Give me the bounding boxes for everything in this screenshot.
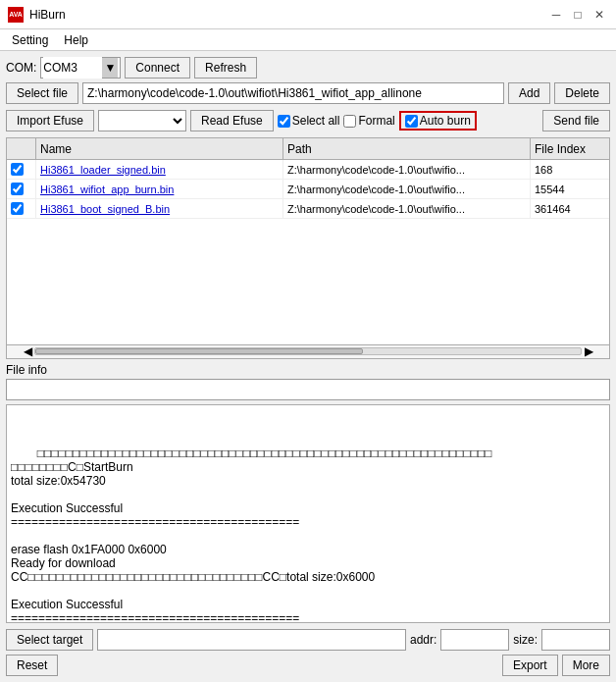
connect-button[interactable]: Connect <box>125 57 190 79</box>
log-area: □□□□□□□□□□□□□□□□□□□□□□□□□□□□□□□□□□□□□□□□… <box>6 404 610 624</box>
scroll-left-btn[interactable]: ◀ <box>21 344 34 358</box>
scrollbar-thumb[interactable] <box>35 348 363 354</box>
table-row: Hi3861_boot_signed_B.bin Z:\harmony\code… <box>7 199 609 219</box>
combo-arrow[interactable]: ▼ <box>102 58 118 78</box>
scroll-right-btn[interactable]: ▶ <box>582 344 595 358</box>
reset-button[interactable]: Reset <box>6 655 58 676</box>
file-info-input[interactable] <box>6 379 610 400</box>
bottom-actions-row: Reset Export More <box>6 655 610 676</box>
row1-checkbox[interactable] <box>11 163 24 176</box>
col-name: Name <box>36 138 283 159</box>
select-file-row: Select file Z:\harmony\code\code-1.0\out… <box>6 82 610 104</box>
efuse-dropdown[interactable] <box>98 110 186 131</box>
efuse-toolbar-row: Import Efuse Read Efuse Select all Forma… <box>6 108 610 133</box>
horizontal-scrollbar[interactable]: ◀ ▶ <box>7 344 609 358</box>
row2-checkbox[interactable] <box>11 183 24 195</box>
export-more-group: Export More <box>502 655 610 676</box>
menu-bar: Setting Help <box>0 29 616 51</box>
row1-name[interactable]: Hi3861_loader_signed.bin <box>36 160 283 179</box>
col-index: File Index <box>531 138 609 159</box>
row1-index: 168 <box>531 160 609 179</box>
files-table: Name Path File Index Hi3861_loader_signe… <box>6 137 610 359</box>
file-info-label: File info <box>6 363 610 377</box>
send-file-button[interactable]: Send file <box>542 110 610 131</box>
select-all-checkbox-label[interactable]: Select all <box>278 114 340 128</box>
table-header: Name Path File Index <box>7 138 609 160</box>
row2-path: Z:\harmony\code\code-1.0\out\wifio... <box>283 180 531 198</box>
formal-checkbox-label[interactable]: Formal <box>343 114 394 128</box>
select-target-row: Select target addr: size: <box>6 629 610 651</box>
select-target-button[interactable]: Select target <box>6 629 93 651</box>
row2-index: 15544 <box>531 180 609 198</box>
select-all-checkbox[interactable] <box>278 115 290 128</box>
file-info-section: File info <box>6 363 610 400</box>
com-combo[interactable]: COM3 ▼ <box>40 57 121 79</box>
log-content: □□□□□□□□□□□□□□□□□□□□□□□□□□□□□□□□□□□□□□□□… <box>11 433 605 624</box>
minimize-button[interactable]: ─ <box>547 6 565 24</box>
com-label: COM: <box>6 61 36 75</box>
select-target-input[interactable] <box>97 629 406 651</box>
select-all-label: Select all <box>292 114 340 128</box>
export-button[interactable]: Export <box>502 655 558 676</box>
log-container: □□□□□□□□□□□□□□□□□□□□□□□□□□□□□□□□□□□□□□□□… <box>6 404 610 624</box>
main-content: COM: COM3 ▼ Connect Refresh Select file … <box>0 51 616 682</box>
auto-burn-label: Auto burn <box>420 114 471 128</box>
com-select[interactable]: COM3 <box>43 57 102 79</box>
size-label: size: <box>513 633 538 647</box>
window-controls: ─ □ ✕ <box>547 6 608 24</box>
table-row: Hi3861_loader_signed.bin Z:\harmony\code… <box>7 160 609 180</box>
import-efuse-button[interactable]: Import Efuse <box>6 110 94 131</box>
app-logo: AVA <box>8 7 24 23</box>
table-body: Hi3861_loader_signed.bin Z:\harmony\code… <box>7 160 609 344</box>
select-file-button[interactable]: Select file <box>6 82 78 104</box>
maximize-button[interactable]: □ <box>569 6 587 24</box>
auto-burn-checkbox[interactable] <box>405 115 418 128</box>
scrollbar-track[interactable] <box>34 347 582 355</box>
read-efuse-button[interactable]: Read Efuse <box>190 110 274 131</box>
log-text: □□□□□□□□□□□□□□□□□□□□□□□□□□□□□□□□□□□□□□□□… <box>11 446 492 624</box>
auto-burn-checkbox-label[interactable]: Auto burn <box>399 111 477 131</box>
file-path-display: Z:\harmony\code\code-1.0\out\wifiot\Hi38… <box>82 82 504 104</box>
col-check <box>7 138 36 159</box>
addr-input[interactable] <box>440 629 509 651</box>
bottom-bar: Select target addr: size: Reset Export M… <box>6 627 610 676</box>
add-button[interactable]: Add <box>508 82 550 104</box>
row3-checkbox[interactable] <box>11 202 24 215</box>
more-button[interactable]: More <box>562 655 610 676</box>
formal-label: Formal <box>358 114 394 128</box>
addr-label: addr: <box>410 633 436 647</box>
row2-name[interactable]: Hi3861_wifiot_app_burn.bin <box>36 180 283 198</box>
table-row: Hi3861_wifiot_app_burn.bin Z:\harmony\co… <box>7 180 609 199</box>
row3-index: 361464 <box>531 199 609 218</box>
app-title: HiBurn <box>29 8 547 22</box>
delete-button[interactable]: Delete <box>554 82 610 104</box>
col-path: Path <box>283 138 531 159</box>
com-row: COM: COM3 ▼ Connect Refresh <box>6 57 610 79</box>
menu-setting[interactable]: Setting <box>4 31 56 49</box>
row1-check[interactable] <box>7 160 36 179</box>
formal-checkbox[interactable] <box>343 115 356 128</box>
menu-help[interactable]: Help <box>56 31 96 49</box>
row3-path: Z:\harmony\code\code-1.0\out\wifio... <box>283 199 531 218</box>
size-input[interactable] <box>541 629 610 651</box>
close-button[interactable]: ✕ <box>590 6 608 24</box>
row3-check[interactable] <box>7 199 36 218</box>
row2-check[interactable] <box>7 180 36 198</box>
row1-path: Z:\harmony\code\code-1.0\out\wifio... <box>283 160 531 179</box>
row3-name[interactable]: Hi3861_boot_signed_B.bin <box>36 199 283 218</box>
refresh-button[interactable]: Refresh <box>194 57 257 79</box>
title-bar: AVA HiBurn ─ □ ✕ <box>0 0 616 29</box>
